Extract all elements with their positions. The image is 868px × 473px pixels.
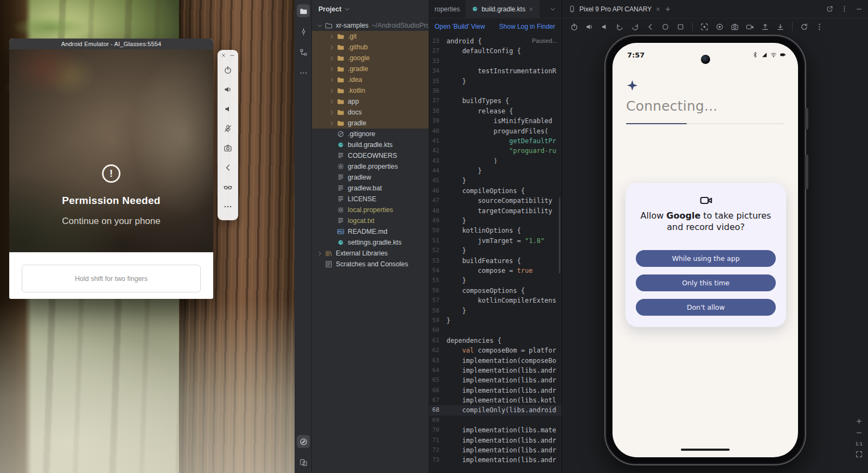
line-number[interactable]: 62 (429, 346, 446, 355)
code-line[interactable]: 49 } (429, 216, 561, 226)
line-number[interactable]: 56 (429, 286, 446, 296)
chevron-icon[interactable] (327, 120, 336, 126)
power-icon[interactable] (569, 21, 580, 33)
line-number[interactable]: 52 (429, 246, 446, 255)
tree-item[interactable]: gradle.properties (312, 161, 429, 172)
chevron-down-icon[interactable] (344, 6, 350, 12)
download-icon[interactable] (775, 21, 786, 33)
tree-item[interactable]: .kotlin (312, 85, 429, 96)
line-number[interactable]: 51 (429, 236, 446, 246)
line-number[interactable]: 67 (429, 395, 446, 405)
code-line[interactable]: 48 targetCompatibility (429, 206, 561, 216)
add-device-tab-icon[interactable] (665, 6, 671, 12)
tree-item[interactable]: gradlew.bat (312, 183, 429, 194)
tree-item[interactable]: .gradle (312, 63, 429, 74)
chevron-icon[interactable] (315, 251, 324, 257)
line-number[interactable]: 57 (429, 296, 446, 305)
external-icon[interactable] (826, 5, 833, 12)
tree-item[interactable]: xr-samples~/AndroidStudioProj (312, 20, 429, 31)
emulator-titlebar[interactable]: Android Emulator - AI_Glasses:5554 (9, 39, 213, 49)
code-line[interactable]: 54 compose = true (429, 266, 561, 276)
restart-icon[interactable] (799, 21, 810, 33)
line-number[interactable]: 34 (429, 66, 446, 76)
emulator-screen[interactable]: ! Permission Needed Continue on your pho… (9, 49, 213, 252)
line-number[interactable]: 27 (429, 46, 446, 56)
commit-icon[interactable] (297, 25, 310, 38)
video-icon[interactable] (744, 21, 756, 33)
edit-circle-icon[interactable] (297, 435, 310, 448)
line-number[interactable]: 64 (429, 366, 446, 375)
code-line[interactable]: 67 implementation(libs.kotl (429, 395, 561, 405)
overview-icon[interactable] (675, 21, 686, 33)
volume-up-icon[interactable] (220, 80, 236, 99)
close-icon[interactable] (221, 53, 226, 58)
volume-down-icon[interactable] (220, 99, 236, 119)
tree-item[interactable]: build.gradle.kts (312, 139, 429, 150)
code-line[interactable]: 65 implementation(libs.andr (429, 375, 561, 385)
code-line[interactable]: 44 } (429, 166, 561, 176)
structure-icon[interactable] (297, 46, 310, 59)
editor-scrollbar[interactable] (559, 197, 560, 273)
permission-button[interactable]: Only this time (636, 274, 776, 291)
line-number[interactable]: 48 (429, 206, 446, 216)
code-editor[interactable]: Paused... 23android {27 defaultConfig {3… (429, 35, 561, 473)
line-number[interactable]: 60 (429, 325, 446, 335)
fit-to-window-icon[interactable] (856, 451, 863, 458)
back-icon[interactable] (220, 158, 236, 177)
code-line[interactable]: 70 implementation(libs.mate (429, 425, 561, 435)
line-number[interactable]: 36 (429, 86, 446, 96)
tree-item[interactable]: app (312, 96, 429, 107)
tree-item[interactable]: .git (312, 31, 429, 42)
line-number[interactable]: 73 (429, 455, 446, 465)
camera-icon[interactable] (220, 138, 236, 158)
code-line[interactable]: 61dependencies { (429, 336, 561, 346)
code-line[interactable]: 51 jvmTarget = "1.8" (429, 236, 561, 246)
close-tab-icon[interactable] (528, 7, 534, 12)
line-number[interactable]: 41 (429, 136, 446, 146)
tree-item[interactable]: .gitignore (312, 129, 429, 139)
code-line[interactable]: 60 (429, 325, 561, 335)
tree-item[interactable]: .github (312, 42, 429, 53)
tree-item[interactable]: local.properties (312, 204, 429, 215)
device-tab-label[interactable]: Pixel 9 Pro API CANARY (579, 5, 652, 13)
zoom-in-icon[interactable] (856, 418, 863, 425)
zoom-ratio[interactable]: 1:1 (856, 440, 863, 446)
tree-item[interactable]: CODEOWNERS (312, 150, 429, 161)
tree-item[interactable]: docs (312, 107, 429, 118)
line-number[interactable]: 54 (429, 266, 446, 276)
code-line[interactable]: 41 getDefaultPr (429, 136, 561, 146)
back-icon[interactable] (644, 21, 656, 33)
home-icon[interactable] (660, 21, 671, 33)
glasses-icon[interactable] (220, 177, 236, 197)
phone-screen[interactable]: 7:57 Connecting... Allow Google to take … (612, 43, 798, 457)
code-line[interactable]: 63 implementation(composeBo (429, 356, 561, 366)
code-line[interactable]: 38 release { (429, 106, 561, 116)
chevron-icon[interactable] (327, 110, 336, 116)
code-line[interactable]: 50 kotlinOptions { (429, 226, 561, 235)
more-h-icon[interactable] (220, 197, 236, 216)
line-number[interactable]: 46 (429, 186, 446, 196)
code-line[interactable]: 47 sourceCompatibility (429, 196, 561, 206)
code-line[interactable]: 40 proguardFiles( (429, 126, 561, 136)
line-number[interactable]: 35 (429, 76, 446, 86)
minimize-icon[interactable] (229, 53, 235, 58)
code-line[interactable]: 36 (429, 86, 561, 96)
tree-item[interactable]: .google (312, 53, 429, 63)
line-number[interactable]: 71 (429, 436, 446, 445)
tree-item[interactable]: LICENSE (312, 194, 429, 204)
code-line[interactable]: 69 (429, 416, 561, 425)
line-number[interactable]: 68 (429, 405, 446, 415)
kebab-icon[interactable] (841, 5, 848, 12)
code-line[interactable]: 72 implementation(libs.andr (429, 445, 561, 455)
code-line[interactable]: 59} (429, 316, 561, 325)
chevron-icon[interactable] (327, 88, 336, 94)
line-number[interactable]: 63 (429, 356, 446, 366)
power-icon[interactable] (220, 60, 236, 80)
line-number[interactable]: 59 (429, 316, 446, 325)
tree-item[interactable]: gradle (312, 118, 429, 129)
volume-down-icon[interactable] (599, 21, 610, 33)
code-line[interactable]: 71 implementation(libs.andr (429, 436, 561, 445)
code-line[interactable]: 45 } (429, 176, 561, 186)
code-line[interactable]: 52 } (429, 246, 561, 255)
code-line[interactable]: 27 defaultConfig { (429, 46, 561, 56)
